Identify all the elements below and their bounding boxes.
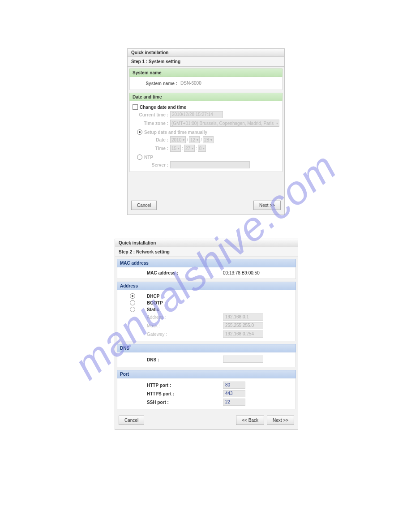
chevron-down-icon: ▾ <box>210 138 212 142</box>
time-sep1: : <box>182 146 183 151</box>
mac-body: MAC address : 00:13:78:B9:00:50 <box>117 267 296 279</box>
dhcp-label: DHCP <box>147 294 159 299</box>
gateway-input[interactable]: 192.168.0.254 <box>223 330 263 338</box>
address-body: DHCP BOOTP Static Address : 192.168.0.1 … <box>117 290 296 341</box>
mask-input[interactable]: 255.255.255.0 <box>223 322 263 329</box>
ssh-port-label: SSH port : <box>120 400 201 405</box>
time-hour-select[interactable]: 15▾ <box>170 145 181 152</box>
chevron-down-icon: ▾ <box>203 146 205 150</box>
timezone-value: (GMT+01:00) Brussels, Copenhagen, Madrid… <box>171 121 275 126</box>
current-time-label: Current time : <box>133 112 170 117</box>
chevron-down-icon: ▾ <box>178 146 180 150</box>
address-input[interactable]: 192.168.0.1 <box>223 313 263 321</box>
next-button[interactable]: Next >> <box>253 201 281 210</box>
section-mac: MAC address <box>117 259 296 267</box>
panel1-title: Quick installation <box>128 49 284 57</box>
time-sep2: : <box>196 146 197 151</box>
ntp-radio[interactable] <box>137 154 142 160</box>
panel-step1: Quick installation Step 1 : System setti… <box>127 48 285 215</box>
date-sep2: / <box>201 137 202 142</box>
timezone-select[interactable]: (GMT+01:00) Brussels, Copenhagen, Madrid… <box>170 120 279 127</box>
http-port-label: HTTP port : <box>120 383 201 388</box>
time-min-value: 27 <box>185 146 190 151</box>
cancel-button[interactable]: Cancel <box>119 416 144 425</box>
https-port-input[interactable]: 443 <box>223 390 245 397</box>
system-name-body: System name : DSN-6000 <box>129 77 283 90</box>
ssh-port-input[interactable]: 22 <box>223 399 245 406</box>
dns-body: DNS : <box>117 352 296 367</box>
panel2-title: Quick installation <box>115 239 298 247</box>
static-label: Static <box>147 307 159 312</box>
mac-label: MAC address : <box>120 270 201 275</box>
date-day-value: 28 <box>204 137 209 142</box>
next-button[interactable]: Next >> <box>267 416 294 425</box>
panel-step2: Quick installation Step 2 : Network sett… <box>115 239 298 430</box>
http-port-input[interactable]: 80 <box>223 382 245 389</box>
cancel-button[interactable]: Cancel <box>131 201 157 210</box>
date-time-body: Change date and time Current time : 2010… <box>129 101 283 172</box>
section-dns: DNS <box>117 344 296 352</box>
server-label: Server : <box>146 163 170 167</box>
section-port: Port <box>117 370 296 378</box>
time-sec-value: 8 <box>199 146 202 151</box>
mac-value: 00:13:78:B9:00:50 <box>201 270 293 275</box>
chevron-down-icon: ▾ <box>197 138 198 142</box>
date-sep1: / <box>187 137 188 142</box>
manual-radio[interactable] <box>137 129 142 135</box>
time-min-select[interactable]: 27▾ <box>184 145 195 152</box>
bootp-label: BOOTP <box>147 300 163 305</box>
ntp-label: NTP <box>144 155 153 160</box>
system-name-input[interactable]: DSN-6000 <box>179 80 235 86</box>
time-sec-select[interactable]: 8▾ <box>198 145 206 152</box>
date-day-select[interactable]: 28▾ <box>203 136 214 143</box>
address-label: Address : <box>120 315 201 320</box>
section-address: Address <box>117 282 296 290</box>
chevron-down-icon: ▾ <box>192 146 193 150</box>
panel2-step: Step 2 : Network setting <box>115 247 298 257</box>
system-name-label: System name : <box>133 81 179 86</box>
static-radio[interactable] <box>130 307 135 312</box>
timezone-label: Time zone : <box>133 121 170 126</box>
date-month-value: 12 <box>190 137 195 142</box>
date-year-select[interactable]: 2010▾ <box>170 136 186 143</box>
date-year-value: 2010 <box>171 137 181 142</box>
port-body: HTTP port : 80 HTTPS port : 443 SSH port… <box>117 378 296 409</box>
back-button[interactable]: << Back <box>236 416 264 425</box>
mask-label: Mask : <box>120 323 201 328</box>
time-hour-value: 15 <box>171 146 176 151</box>
manual-label: Setup date and time manually <box>144 130 207 135</box>
date-month-select[interactable]: 12▾ <box>189 136 200 143</box>
section-system-name: System name <box>129 69 283 77</box>
https-port-label: HTTPS port : <box>120 391 201 396</box>
ntp-server-input[interactable] <box>170 161 250 168</box>
chevron-down-icon: ▾ <box>276 121 278 125</box>
current-time-input[interactable]: 2010/12/28 15:27:14 <box>170 111 223 118</box>
panel1-step: Step 1 : System setting <box>128 57 284 67</box>
dns-label: DNS : <box>120 357 201 362</box>
dns-input[interactable] <box>223 356 263 363</box>
gateway-label: Gateway : <box>120 332 201 337</box>
date-label: Date : <box>146 137 170 142</box>
chevron-down-icon: ▾ <box>183 138 184 142</box>
bootp-radio[interactable] <box>130 300 135 305</box>
section-date-time: Date and time <box>129 93 283 101</box>
change-date-checkbox[interactable] <box>133 104 138 110</box>
dhcp-radio[interactable] <box>130 293 135 299</box>
change-date-label: Change date and time <box>140 105 186 110</box>
time-field-label: Time : <box>146 146 170 151</box>
